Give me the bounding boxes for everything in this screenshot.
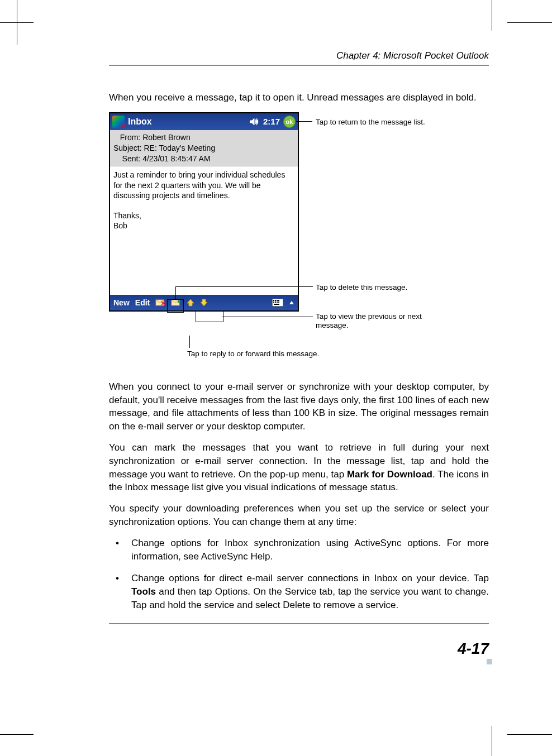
- new-button[interactable]: New: [113, 298, 130, 307]
- mark-for-download-bold: Mark for Download: [347, 469, 432, 480]
- sound-icon[interactable]: [250, 118, 260, 126]
- paragraph-sync: When you connect to your e-mail server o…: [109, 380, 489, 433]
- message-body: Just a reminder to bring your individual…: [110, 166, 298, 295]
- intro-paragraph: When you receive a message, tap it to op…: [109, 91, 489, 104]
- clock-time: 2:17: [263, 117, 280, 126]
- device-screenshot: Inbox 2:17 ok From: Robert Brown Subject…: [109, 112, 299, 312]
- edit-button[interactable]: Edit: [135, 298, 150, 307]
- titlebar: Inbox 2:17 ok: [110, 113, 298, 130]
- delete-icon[interactable]: [155, 298, 165, 307]
- page-number: 4-17: [458, 640, 489, 658]
- svg-rect-4: [275, 300, 276, 301]
- down-arrow-icon[interactable]: [200, 299, 208, 307]
- bottom-toolbar: New Edit: [110, 295, 298, 310]
- callout-ok: Tap to return to the message list.: [316, 118, 425, 127]
- up-caret-icon[interactable]: [289, 300, 294, 305]
- figure-area: Inbox 2:17 ok From: Robert Brown Subject…: [109, 112, 489, 369]
- up-arrow-icon[interactable]: [187, 299, 194, 307]
- callout-reply: Tap to reply to or forward this message.: [187, 350, 319, 358]
- paragraph-prefs: You specify your downloading preferences…: [109, 502, 489, 529]
- sent-value: 4/23/01 8:45:47 AM: [142, 154, 210, 163]
- tools-bold: Tools: [131, 586, 156, 597]
- from-label: From:: [120, 133, 141, 142]
- sent-label: Sent:: [122, 154, 141, 163]
- footer-rule: [109, 623, 489, 624]
- callout-delete: Tap to delete this message.: [316, 283, 407, 292]
- bullet2-b: and then tap Options. On the Service tab…: [131, 586, 489, 610]
- bullet2-a: Change options for direct e-mail server …: [131, 573, 489, 583]
- from-value: Robert Brown: [142, 133, 191, 142]
- svg-rect-8: [275, 302, 276, 303]
- svg-rect-3: [273, 300, 274, 301]
- start-icon[interactable]: [112, 116, 125, 128]
- header-rule: [109, 65, 489, 66]
- chapter-header: Chapter 4: Microsoft Pocket Outlook: [109, 50, 489, 65]
- page-corner-mark: [487, 659, 492, 664]
- svg-rect-6: [278, 300, 279, 301]
- keyboard-icon[interactable]: [272, 299, 283, 307]
- svg-rect-7: [273, 302, 274, 303]
- subject-label: Subject:: [113, 143, 142, 152]
- bullet-activesync: Change options for Inbox synchronization…: [109, 537, 489, 563]
- message-header: From: Robert Brown Subject: RE: Today's …: [110, 130, 298, 167]
- app-title: Inbox: [128, 117, 250, 127]
- svg-rect-10: [278, 302, 279, 303]
- callout-nav: Tap to view the previous or next message…: [316, 312, 444, 330]
- bullet-tools: Change options for direct e-mail server …: [109, 572, 489, 611]
- paragraph-mark: You can mark the messages that you want …: [109, 441, 489, 494]
- svg-rect-9: [277, 302, 278, 303]
- svg-rect-5: [277, 300, 278, 301]
- subject-value: RE: Today's Meeting: [144, 143, 215, 152]
- svg-rect-11: [274, 304, 279, 305]
- ok-button[interactable]: ok: [283, 116, 296, 128]
